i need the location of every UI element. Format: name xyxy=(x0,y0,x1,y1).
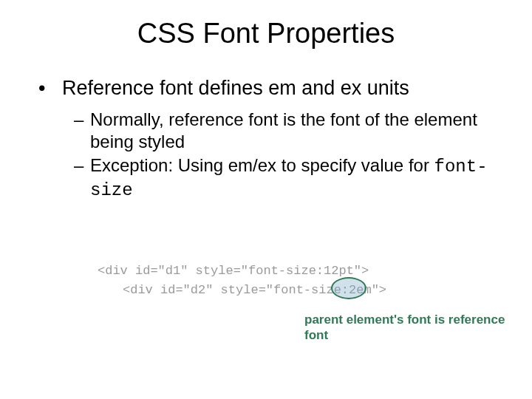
slide-content: • Reference font defines em and ex units… xyxy=(35,76,502,202)
bullet-level-1: • Reference font defines em and ex units xyxy=(35,76,502,101)
sub-bullet-1-text: Normally, reference font is the font of … xyxy=(90,109,502,153)
code-line-1: <div id="d1" style="font-size:12pt"> xyxy=(98,264,369,278)
sub-bullets: – Normally, reference font is the font o… xyxy=(74,109,502,202)
code-line-2-pre: <div id="d2" style="font-size: xyxy=(98,283,349,297)
slide: CSS Font Properties • Reference font def… xyxy=(0,18,532,399)
bullet-dot-icon: • xyxy=(35,76,62,101)
caption-text: parent element's font is reference font xyxy=(304,312,532,344)
dash-icon: – xyxy=(74,154,90,202)
bullet-level-2: – Normally, reference font is the font o… xyxy=(74,109,502,153)
bullet-level-2: – Exception: Using em/ex to specify valu… xyxy=(74,154,502,202)
dash-icon: – xyxy=(74,109,90,153)
sub-bullet-2a: Exception: Using em/ex to specify value … xyxy=(90,155,434,175)
bullet-1-text: Reference font defines em and ex units xyxy=(62,76,409,101)
code-line-2-post: "> xyxy=(372,283,386,297)
slide-title: CSS Font Properties xyxy=(0,18,532,50)
highlight-oval-icon xyxy=(331,277,366,299)
sub-bullet-2-text: Exception: Using em/ex to specify value … xyxy=(90,154,502,202)
